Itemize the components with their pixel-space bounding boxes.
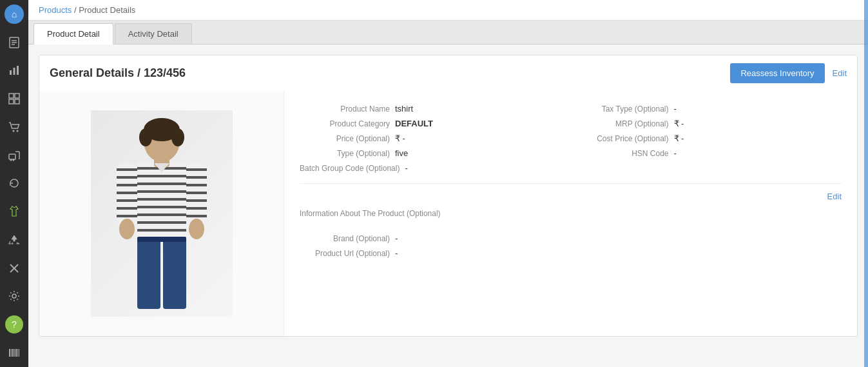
svg-rect-48 [117,192,137,194]
field-price: Price (Optional) ₹ - [300,131,563,146]
breadcrumb-products-link[interactable]: Products [39,5,72,15]
edit-link-description[interactable]: Edit [827,192,842,201]
svg-rect-57 [186,199,207,202]
tab-product-detail[interactable]: Product Detail [34,23,113,45]
svg-rect-5 [14,68,15,75]
sidebar: ⌂ [0,0,28,367]
svg-rect-44 [117,163,137,228]
svg-point-20 [12,294,16,298]
document-icon[interactable] [0,28,28,57]
svg-point-60 [119,219,135,239]
barcode-icon[interactable] [0,339,28,367]
svg-rect-50 [117,207,137,210]
field-value-mrp: ₹ - [674,119,684,128]
edit-link-top[interactable]: Edit [833,68,847,78]
field-label-cost-price: Cost Price (Optional) [579,134,669,143]
svg-rect-21 [9,349,10,357]
svg-rect-58 [186,207,207,210]
svg-rect-23 [12,349,14,357]
field-label-type: Type (Optional) [300,149,390,158]
grid-icon[interactable] [0,84,28,113]
svg-rect-38 [137,206,186,208]
svg-rect-13 [9,154,15,159]
product-detail-body: Product Name tshirt Product Category DEF… [39,91,857,336]
shirt-icon[interactable] [0,197,28,226]
svg-rect-49 [117,199,137,202]
svg-point-30 [139,128,152,146]
svg-rect-27 [19,349,19,357]
field-label-hsn-code: HSN Code [579,149,669,158]
field-brand: Brand (Optional) - [300,231,842,246]
field-batch-group: Batch Group Code (Optional) - [300,161,563,175]
svg-rect-56 [186,192,207,194]
svg-rect-8 [15,94,19,98]
field-tax-type: Tax Type (Optional) - [579,101,842,116]
tabs-bar: Product Detail Activity Detail [28,21,868,45]
field-type: Type (Optional) five [300,146,563,161]
svg-point-12 [17,130,19,132]
svg-rect-64 [137,237,186,242]
extra-fields: Brand (Optional) - Product Url (Optional… [300,231,842,261]
svg-rect-6 [17,66,19,75]
field-cost-price: Cost Price (Optional) ₹ - [579,131,842,146]
svg-rect-47 [117,184,137,186]
svg-rect-55 [186,184,207,186]
field-label-product-name: Product Name [300,104,390,114]
field-product-name: Product Name tshirt [300,101,563,116]
home-icon[interactable]: ⌂ [5,5,24,24]
svg-point-17 [13,159,15,161]
svg-rect-4 [10,70,12,75]
card-header: General Details / 123/456 Reassess Inven… [39,55,857,91]
field-label-batch-group: Batch Group Code (Optional) [300,164,400,173]
field-label-product-category: Product Category [300,119,390,128]
field-label-brand: Brand (Optional) [300,234,390,243]
settings-icon[interactable] [0,283,28,311]
product-image [91,110,233,317]
field-value-batch-group: - [405,163,407,173]
tab-activity-detail[interactable]: Activity Detail [115,23,192,44]
right-fields: Tax Type (Optional) - MRP (Optional) ₹ -… [579,101,842,175]
svg-rect-7 [9,94,14,98]
svg-rect-54 [186,176,207,179]
svg-rect-34 [137,175,186,177]
product-fields: Product Name tshirt Product Category DEF… [284,91,857,336]
field-hsn-code: HSN Code - [579,146,842,161]
svg-rect-51 [117,215,137,217]
scrollbar-accent [864,0,868,367]
svg-point-16 [10,159,12,161]
field-product-category: Product Category DEFAULT [300,116,563,131]
svg-rect-40 [137,221,186,224]
field-value-brand: - [395,233,398,243]
field-description: Information About The Product (Optional) [300,206,842,221]
svg-rect-45 [117,168,137,171]
cart-icon[interactable] [0,113,28,141]
help-icon[interactable]: ? [5,315,23,333]
svg-point-61 [189,219,204,239]
breadcrumb: Products / Product Details [28,0,868,21]
tools-icon[interactable] [0,254,28,283]
field-value-price: ₹ - [395,134,405,143]
field-value-cost-price: ₹ - [674,134,684,143]
product-card: General Details / 123/456 Reassess Inven… [39,55,858,337]
card-title: General Details / 123/456 [50,66,186,80]
recycle-icon[interactable] [0,226,28,254]
field-product-url: Product Url (Optional) - [300,246,842,261]
reassess-inventory-button[interactable]: Reassess Inventory [730,63,824,83]
field-label-tax-type: Tax Type (Optional) [579,104,669,114]
svg-rect-36 [137,190,186,193]
field-mrp: MRP (Optional) ₹ - [579,116,842,131]
svg-rect-39 [137,213,186,216]
svg-rect-24 [14,349,15,357]
svg-rect-53 [186,168,207,171]
card-header-actions: Reassess Inventory Edit [730,63,847,83]
content-area: General Details / 123/456 Reassess Inven… [28,45,868,367]
refresh-icon[interactable] [0,170,28,198]
breadcrumb-current: Product Details [79,5,135,15]
svg-point-11 [13,130,15,132]
field-label-price: Price (Optional) [300,134,390,143]
svg-rect-25 [15,349,17,357]
field-label-product-url: Product Url (Optional) [300,249,390,258]
forklift-icon[interactable] [0,141,28,170]
svg-rect-35 [137,183,186,185]
chart-bar-icon[interactable] [0,57,28,85]
